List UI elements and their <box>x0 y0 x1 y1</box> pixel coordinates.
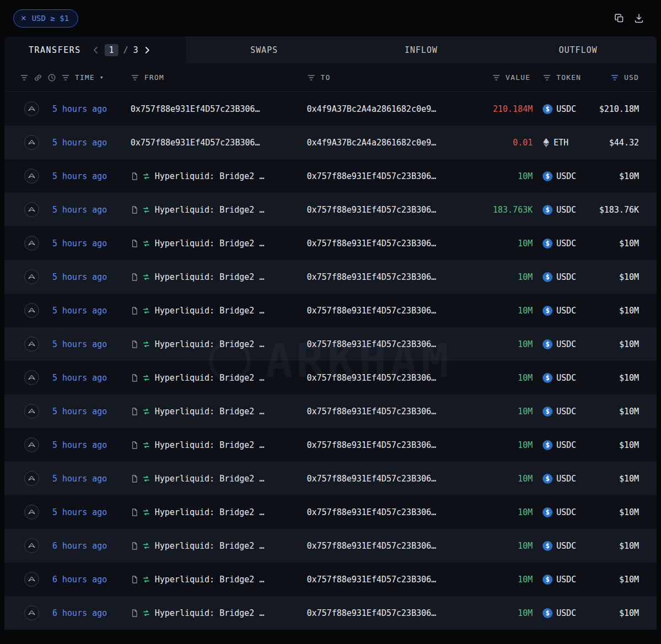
from-cell[interactable]: 0x757f88e931Ef4D57c23B306… <box>131 104 307 114</box>
from-cell[interactable]: Hyperliquid: Bridge2 … <box>131 306 307 316</box>
header-from[interactable]: FROM <box>144 73 164 82</box>
header-token[interactable]: TOKEN <box>556 73 581 82</box>
entity-avatar[interactable] <box>24 538 39 553</box>
from-cell[interactable]: Hyperliquid: Bridge2 … <box>131 575 307 585</box>
entity-avatar[interactable] <box>24 269 39 284</box>
to-address[interactable]: 0x757f88e931Ef4D57c23B306… <box>307 205 489 215</box>
time-link[interactable]: 6 hours ago <box>52 541 131 551</box>
to-address[interactable]: 0x757f88e931Ef4D57c23B306… <box>307 575 489 585</box>
time-link[interactable]: 5 hours ago <box>52 339 131 349</box>
entity-avatar[interactable] <box>24 437 39 452</box>
to-address[interactable]: 0x4f9A37Bc2A4a2861682c0e9… <box>307 104 489 114</box>
from-cell[interactable]: Hyperliquid: Bridge2 … <box>131 474 307 484</box>
entity-avatar[interactable] <box>24 303 39 318</box>
from-cell[interactable]: Hyperliquid: Bridge2 … <box>131 239 307 248</box>
entity-avatar[interactable] <box>24 236 39 251</box>
to-address[interactable]: 0x757f88e931Ef4D57c23B306… <box>307 272 489 282</box>
from-label[interactable]: Hyperliquid: Bridge2 … <box>155 272 264 282</box>
filter-icon[interactable] <box>20 73 29 82</box>
header-time[interactable]: TIME <box>75 73 95 82</box>
from-label[interactable]: Hyperliquid: Bridge2 … <box>155 541 264 551</box>
from-label[interactable]: 0x757f88e931Ef4D57c23B306… <box>131 104 260 114</box>
entity-avatar[interactable] <box>24 605 39 620</box>
to-address[interactable]: 0x757f88e931Ef4D57c23B306… <box>307 507 489 517</box>
from-label[interactable]: Hyperliquid: Bridge2 … <box>155 507 264 517</box>
time-link[interactable]: 6 hours ago <box>52 608 131 618</box>
header-to[interactable]: TO <box>321 73 330 82</box>
tab-transfers[interactable]: TRANSFERS 1 / 3 <box>4 36 186 63</box>
time-link[interactable]: 5 hours ago <box>52 239 131 248</box>
from-cell[interactable]: Hyperliquid: Bridge2 … <box>131 407 307 416</box>
from-label[interactable]: Hyperliquid: Bridge2 … <box>155 239 264 248</box>
to-address[interactable]: 0x757f88e931Ef4D57c23B306… <box>307 474 489 484</box>
entity-avatar[interactable] <box>24 337 39 351</box>
to-address[interactable]: 0x757f88e931Ef4D57c23B306… <box>307 541 489 551</box>
token-filter-icon[interactable] <box>543 73 551 82</box>
from-label[interactable]: Hyperliquid: Bridge2 … <box>155 608 264 618</box>
value-filter-icon[interactable] <box>492 73 501 82</box>
entity-avatar[interactable] <box>24 471 39 486</box>
from-label[interactable]: Hyperliquid: Bridge2 … <box>155 306 264 316</box>
close-icon[interactable]: × <box>21 14 26 23</box>
to-address[interactable]: 0x757f88e931Ef4D57c23B306… <box>307 407 489 416</box>
to-address[interactable]: 0x757f88e931Ef4D57c23B306… <box>307 373 489 383</box>
from-label[interactable]: Hyperliquid: Bridge2 … <box>155 440 264 450</box>
to-address[interactable]: 0x757f88e931Ef4D57c23B306… <box>307 339 489 349</box>
from-label[interactable]: Hyperliquid: Bridge2 … <box>155 407 264 416</box>
time-link[interactable]: 5 hours ago <box>52 104 131 114</box>
to-filter-icon[interactable] <box>307 73 316 82</box>
from-label[interactable]: Hyperliquid: Bridge2 … <box>155 171 264 181</box>
from-label[interactable]: Hyperliquid: Bridge2 … <box>155 339 264 349</box>
current-page[interactable]: 1 <box>105 44 118 56</box>
from-cell[interactable]: Hyperliquid: Bridge2 … <box>131 272 307 282</box>
from-cell[interactable]: Hyperliquid: Bridge2 … <box>131 440 307 450</box>
from-label[interactable]: Hyperliquid: Bridge2 … <box>155 575 264 585</box>
from-cell[interactable]: Hyperliquid: Bridge2 … <box>131 541 307 551</box>
to-address[interactable]: 0x4f9A37Bc2A4a2861682c0e9… <box>307 138 489 148</box>
entity-avatar[interactable] <box>24 572 39 587</box>
time-link[interactable]: 5 hours ago <box>52 272 131 282</box>
from-label[interactable]: Hyperliquid: Bridge2 … <box>155 205 264 215</box>
time-link[interactable]: 5 hours ago <box>52 440 131 450</box>
time-filter-icon[interactable] <box>61 73 70 82</box>
from-label[interactable]: Hyperliquid: Bridge2 … <box>155 474 264 484</box>
from-label[interactable]: 0x757f88e931Ef4D57c23B306… <box>131 138 260 148</box>
to-address[interactable]: 0x757f88e931Ef4D57c23B306… <box>307 306 489 316</box>
from-cell[interactable]: Hyperliquid: Bridge2 … <box>131 608 307 618</box>
time-link[interactable]: 5 hours ago <box>52 306 131 316</box>
prev-page-icon[interactable] <box>92 46 100 54</box>
entity-avatar[interactable] <box>24 505 39 519</box>
tab-swaps[interactable]: SWAPS <box>186 36 343 63</box>
header-value[interactable]: VALUE <box>506 73 530 82</box>
from-filter-icon[interactable] <box>131 73 139 82</box>
from-cell[interactable]: Hyperliquid: Bridge2 … <box>131 205 307 215</box>
next-page-icon[interactable] <box>143 46 151 54</box>
clock-icon[interactable] <box>47 73 56 82</box>
from-cell[interactable]: Hyperliquid: Bridge2 … <box>131 171 307 181</box>
time-link[interactable]: 6 hours ago <box>52 575 131 585</box>
usd-filter-chip[interactable]: × USD ≥ $1 <box>13 9 78 28</box>
time-link[interactable]: 5 hours ago <box>52 507 131 517</box>
time-link[interactable]: 5 hours ago <box>52 373 131 383</box>
from-cell[interactable]: Hyperliquid: Bridge2 … <box>131 507 307 517</box>
tab-inflow[interactable]: INFLOW <box>343 36 500 63</box>
from-cell[interactable]: 0x757f88e931Ef4D57c23B306… <box>131 138 307 148</box>
usd-filter-icon[interactable] <box>610 73 619 82</box>
to-address[interactable]: 0x757f88e931Ef4D57c23B306… <box>307 171 489 181</box>
download-icon[interactable] <box>633 13 644 24</box>
time-link[interactable]: 5 hours ago <box>52 205 131 215</box>
entity-avatar[interactable] <box>24 404 39 419</box>
link-icon[interactable] <box>34 73 42 82</box>
transfers-tab-label[interactable]: TRANSFERS <box>29 45 81 55</box>
time-link[interactable]: 5 hours ago <box>52 138 131 148</box>
entity-avatar[interactable] <box>24 101 39 116</box>
time-link[interactable]: 5 hours ago <box>52 407 131 416</box>
time-link[interactable]: 5 hours ago <box>52 474 131 484</box>
header-usd[interactable]: USD <box>624 73 639 82</box>
entity-avatar[interactable] <box>24 169 39 183</box>
entity-avatar[interactable] <box>24 135 39 150</box>
from-cell[interactable]: Hyperliquid: Bridge2 … <box>131 373 307 383</box>
entity-avatar[interactable] <box>24 370 39 385</box>
from-cell[interactable]: Hyperliquid: Bridge2 … <box>131 339 307 349</box>
sort-caret-icon[interactable]: ▾ <box>100 74 104 81</box>
